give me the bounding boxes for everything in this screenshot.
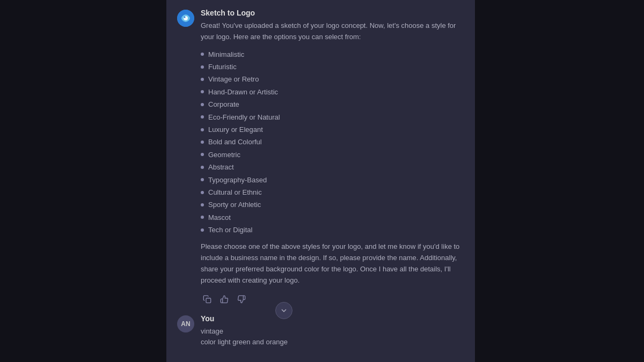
ai-message-title: Sketch to Logo: [201, 9, 464, 17]
bullet-icon: [201, 53, 204, 56]
option-label: Corporate: [208, 98, 239, 110]
user-message-body: You vintagecolor light green and orange: [201, 314, 464, 349]
svg-rect-3: [206, 298, 211, 303]
option-label: Cultural or Ethnic: [208, 186, 262, 198]
list-item: Bold and Colorful: [201, 136, 464, 148]
bullet-icon: [201, 128, 204, 131]
ai-follow-up-text: Please choose one of the above styles fo…: [201, 241, 464, 286]
option-label: Bold and Colorful: [208, 136, 262, 148]
option-label: Vintage or Retro: [208, 73, 259, 85]
user-text-line-2: color light green and orange: [201, 337, 464, 348]
list-item: Futuristic: [201, 61, 464, 73]
list-item: Geometric: [201, 149, 464, 161]
style-options-list: MinimalisticFuturisticVintage or RetroHa…: [201, 48, 464, 237]
option-label: Typography-Based: [208, 174, 267, 186]
list-item: Sporty or Athletic: [201, 198, 464, 211]
option-label: Geometric: [208, 149, 240, 161]
thumbs-up-button[interactable]: [218, 293, 231, 306]
ai-intro-text: Great! You've uploaded a sketch of your …: [201, 20, 464, 43]
option-label: Futuristic: [208, 61, 237, 73]
option-label: Tech or Digital: [208, 224, 252, 236]
list-item: Cultural or Ethnic: [201, 186, 464, 198]
user-avatar: AN: [177, 315, 194, 333]
thumbs-down-button[interactable]: [235, 293, 248, 306]
list-item: Hand-Drawn or Artistic: [201, 86, 464, 98]
bullet-icon: [201, 191, 204, 194]
bullet-icon: [201, 203, 204, 206]
scroll-down-button[interactable]: [275, 302, 292, 319]
chat-wrapper: Sketch to Logo Great! You've uploaded a …: [166, 0, 475, 362]
bullet-icon: [201, 65, 204, 69]
bullet-icon: [201, 103, 204, 106]
option-label: Eco-Friendly or Natural: [208, 111, 280, 123]
option-label: Mascot: [208, 211, 231, 224]
list-item: Eco-Friendly or Natural: [201, 111, 464, 123]
option-label: Hand-Drawn or Artistic: [208, 86, 278, 98]
list-item: Vintage or Retro: [201, 73, 464, 85]
right-panel: [475, 0, 644, 362]
action-buttons: [201, 293, 464, 306]
chat-content[interactable]: Sketch to Logo Great! You've uploaded a …: [166, 0, 475, 362]
bullet-icon: [201, 141, 204, 144]
bullet-icon: [201, 90, 204, 93]
list-item: Luxury or Elegant: [201, 123, 464, 136]
option-label: Minimalistic: [208, 48, 244, 61]
bullet-icon: [201, 153, 204, 156]
option-label: Abstract: [208, 161, 234, 173]
svg-point-2: [184, 17, 186, 18]
bullet-icon: [201, 78, 204, 81]
list-item: Tech or Digital: [201, 224, 464, 236]
user-text-line-1: vintage: [201, 326, 464, 337]
bullet-icon: [201, 115, 204, 119]
list-item: Mascot: [201, 211, 464, 224]
list-item: Typography-Based: [201, 174, 464, 186]
ai-avatar: [177, 10, 194, 27]
bullet-icon: [201, 228, 204, 232]
bullet-icon: [201, 166, 204, 169]
user-name: You: [201, 314, 464, 323]
copy-button[interactable]: [201, 293, 214, 306]
ai-message-body: Sketch to Logo Great! You've uploaded a …: [201, 9, 464, 306]
user-text-line1: vintagecolor light green and orange: [201, 326, 464, 349]
user-message: AN You vintagecolor light green and oran…: [177, 314, 464, 349]
option-label: Luxury or Elegant: [208, 123, 263, 136]
message-container: Sketch to Logo Great! You've uploaded a …: [166, 0, 475, 357]
list-item: Abstract: [201, 161, 464, 173]
left-panel: [0, 0, 166, 362]
ai-message: Sketch to Logo Great! You've uploaded a …: [177, 9, 464, 306]
bullet-icon: [201, 178, 204, 181]
list-item: Corporate: [201, 98, 464, 110]
option-label: Sporty or Athletic: [208, 198, 261, 211]
list-item: Minimalistic: [201, 48, 464, 61]
bullet-icon: [201, 216, 204, 219]
chat-panel: Sketch to Logo Great! You've uploaded a …: [166, 0, 475, 362]
